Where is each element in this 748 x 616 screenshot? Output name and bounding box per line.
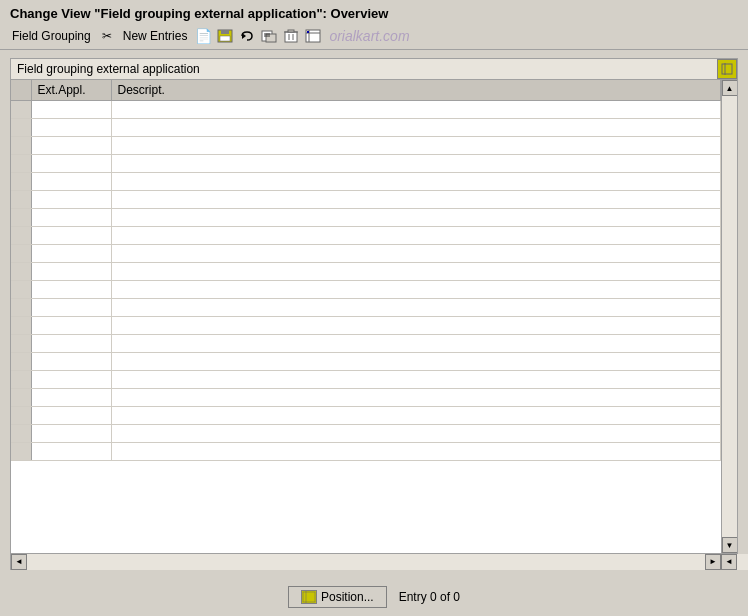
row-selector[interactable]	[11, 425, 31, 443]
row-selector[interactable]	[11, 335, 31, 353]
row-descript[interactable]	[111, 245, 721, 263]
table-row[interactable]	[11, 173, 721, 191]
table-row[interactable]	[11, 155, 721, 173]
row-descript[interactable]	[111, 335, 721, 353]
row-descript[interactable]	[111, 407, 721, 425]
undo-icon[interactable]	[237, 27, 257, 45]
entry-count: Entry 0 of 0	[399, 590, 460, 604]
table-row[interactable]	[11, 407, 721, 425]
row-ext-appl[interactable]	[31, 209, 111, 227]
row-ext-appl[interactable]	[31, 317, 111, 335]
row-descript[interactable]	[111, 263, 721, 281]
row-descript[interactable]	[111, 371, 721, 389]
table-row[interactable]	[11, 389, 721, 407]
row-selector[interactable]	[11, 155, 31, 173]
row-selector[interactable]	[11, 101, 31, 119]
table-row[interactable]	[11, 335, 721, 353]
scroll-up-button[interactable]: ▲	[722, 80, 738, 96]
scroll-right-button-left[interactable]: ►	[705, 554, 721, 570]
table-row[interactable]	[11, 101, 721, 119]
row-ext-appl[interactable]	[31, 335, 111, 353]
row-selector[interactable]	[11, 353, 31, 371]
row-selector[interactable]	[11, 299, 31, 317]
row-ext-appl[interactable]	[31, 425, 111, 443]
table-row[interactable]	[11, 137, 721, 155]
scroll-down-button[interactable]: ▼	[722, 537, 738, 553]
table-row[interactable]	[11, 227, 721, 245]
scroll-left-button-right[interactable]: ◄	[721, 554, 737, 570]
scroll-left-button[interactable]: ◄	[11, 554, 27, 570]
row-ext-appl[interactable]	[31, 371, 111, 389]
row-selector[interactable]	[11, 137, 31, 155]
info-select-icon[interactable]	[303, 27, 323, 45]
table-row[interactable]	[11, 425, 721, 443]
row-ext-appl[interactable]	[31, 137, 111, 155]
row-ext-appl[interactable]	[31, 281, 111, 299]
row-descript[interactable]	[111, 191, 721, 209]
row-selector[interactable]	[11, 173, 31, 191]
row-descript[interactable]	[111, 101, 721, 119]
row-descript[interactable]	[111, 299, 721, 317]
row-ext-appl[interactable]	[31, 263, 111, 281]
row-selector[interactable]	[11, 191, 31, 209]
table-row[interactable]	[11, 209, 721, 227]
row-ext-appl[interactable]	[31, 443, 111, 461]
row-selector[interactable]	[11, 263, 31, 281]
row-ext-appl[interactable]	[31, 155, 111, 173]
table-row[interactable]	[11, 371, 721, 389]
row-descript[interactable]	[111, 209, 721, 227]
row-ext-appl[interactable]	[31, 407, 111, 425]
row-selector[interactable]	[11, 407, 31, 425]
row-descript[interactable]	[111, 317, 721, 335]
row-selector[interactable]	[11, 209, 31, 227]
table-row[interactable]	[11, 299, 721, 317]
table-section-title: Field grouping external application	[11, 59, 737, 80]
row-descript[interactable]	[111, 389, 721, 407]
row-descript[interactable]	[111, 281, 721, 299]
row-selector[interactable]	[11, 245, 31, 263]
row-selector[interactable]	[11, 281, 31, 299]
row-descript[interactable]	[111, 173, 721, 191]
table-row[interactable]	[11, 443, 721, 461]
row-descript[interactable]	[111, 425, 721, 443]
copy-rows-icon[interactable]	[259, 27, 279, 45]
scroll-track-h-right[interactable]	[737, 554, 748, 570]
row-descript[interactable]	[111, 119, 721, 137]
row-ext-appl[interactable]	[31, 191, 111, 209]
row-descript[interactable]	[111, 155, 721, 173]
row-selector[interactable]	[11, 371, 31, 389]
row-selector[interactable]	[11, 317, 31, 335]
row-ext-appl[interactable]	[31, 245, 111, 263]
table-row[interactable]	[11, 281, 721, 299]
row-descript[interactable]	[111, 353, 721, 371]
row-ext-appl[interactable]	[31, 101, 111, 119]
scissors-icon[interactable]: ✂	[97, 27, 117, 45]
scroll-track-v[interactable]	[722, 96, 737, 537]
new-entries-menu[interactable]: New Entries	[119, 27, 192, 45]
scroll-track-h-left[interactable]	[27, 554, 705, 570]
row-selector[interactable]	[11, 119, 31, 137]
row-descript[interactable]	[111, 443, 721, 461]
row-descript[interactable]	[111, 137, 721, 155]
row-ext-appl[interactable]	[31, 227, 111, 245]
row-descript[interactable]	[111, 227, 721, 245]
row-selector[interactable]	[11, 389, 31, 407]
save-icon[interactable]	[215, 27, 235, 45]
copy-doc-icon[interactable]: 📄	[193, 27, 213, 45]
table-row[interactable]	[11, 263, 721, 281]
table-row[interactable]	[11, 317, 721, 335]
field-grouping-menu[interactable]: Field Grouping	[8, 27, 95, 45]
table-row[interactable]	[11, 191, 721, 209]
position-button[interactable]: Position...	[288, 586, 387, 608]
table-row[interactable]	[11, 353, 721, 371]
row-ext-appl[interactable]	[31, 299, 111, 317]
table-row[interactable]	[11, 245, 721, 263]
row-ext-appl[interactable]	[31, 173, 111, 191]
row-ext-appl[interactable]	[31, 353, 111, 371]
row-ext-appl[interactable]	[31, 389, 111, 407]
delete-icon[interactable]	[281, 27, 301, 45]
row-selector[interactable]	[11, 227, 31, 245]
table-row[interactable]	[11, 119, 721, 137]
row-ext-appl[interactable]	[31, 119, 111, 137]
row-selector[interactable]	[11, 443, 31, 461]
